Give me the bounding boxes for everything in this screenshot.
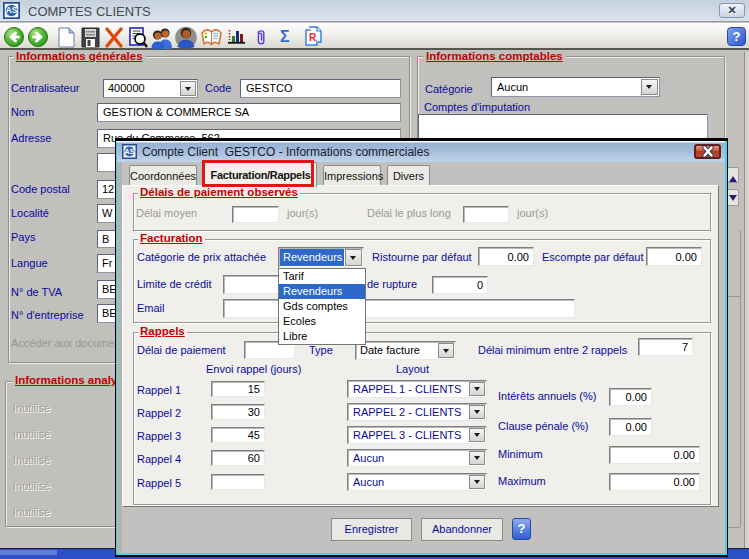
svg-text:AS: AS [6,6,18,15]
svg-text:AS: AS [124,147,134,156]
svg-text:R: R [309,32,317,43]
